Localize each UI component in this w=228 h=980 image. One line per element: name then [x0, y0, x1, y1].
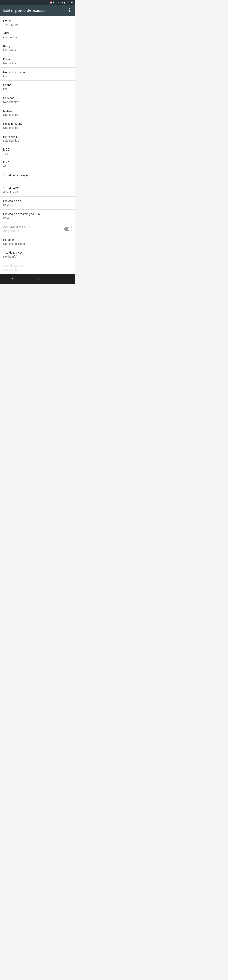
field-label-porta-mms: Porta MMS [3, 135, 72, 138]
toggle-ativar-desativar [64, 227, 72, 231]
field-label-apn: APN [3, 32, 72, 35]
field-label-servidor: Servidor [3, 96, 72, 100]
field-value-nome: TIM Internet [3, 23, 72, 26]
field-label-proxy-mms: Proxy de MMS [3, 122, 72, 125]
4g-badge: 4G [58, 2, 60, 4]
field-value-porta: Não definido [3, 62, 72, 65]
field-portador[interactable]: Portador Não especificado [0, 235, 76, 248]
field-label-senha: Senha [3, 83, 72, 87]
field-label-nome-usuario: Nome de usuário [3, 70, 72, 74]
wifi-icon: ▾ [53, 1, 54, 4]
field-value-protocolo-roaming: IPv4 [3, 216, 72, 220]
field-text-ativar-desativar: Ativar/Desativar APN APN ativado [3, 225, 30, 232]
field-valor-mvno: Valor de MVNO Não definido [0, 261, 76, 274]
field-label-protocolo-roaming: Protocolo de roaming do APN [3, 212, 72, 216]
recents-button[interactable]: □ [59, 275, 67, 283]
field-proxy[interactable]: Proxy Não definido [0, 42, 76, 55]
field-label-mmsc: MMSC [3, 109, 72, 113]
field-protocolo-apn[interactable]: Protocolo de APN IPv4/IPv6 [0, 197, 76, 210]
field-value-nome-usuario: tim [3, 75, 72, 78]
field-label-protocolo-apn: Protocolo de APN [3, 199, 72, 203]
field-tipo-apn[interactable]: Tipo de APN default,supl [0, 184, 76, 197]
field-value-proxy-mms: Não definido [3, 126, 72, 129]
field-value-tipo-apn: default,supl [3, 191, 72, 194]
field-protocolo-roaming[interactable]: Protocolo de roaming do APN IPv4 [0, 210, 76, 223]
more-options-button[interactable]: ⋮ [67, 8, 72, 13]
field-porta[interactable]: Porta Não definido [0, 55, 76, 68]
field-ativar-desativar: Ativar/Desativar APN APN ativado [0, 223, 76, 235]
field-label-ativar-desativar: Ativar/Desativar APN [3, 225, 30, 229]
field-tipo-mvno[interactable]: Tipo de MVNO Nenhum(a) [0, 248, 76, 261]
app-header: Editar ponto de acesso ⋮ [0, 5, 76, 16]
field-value-portador: Não especificado [3, 242, 72, 245]
field-label-tipo-autenticacao: Tipo de autenticação [3, 174, 72, 177]
field-mmsc[interactable]: MMSC Não definido [0, 107, 76, 119]
field-value-ativar-desativar: APN ativado [3, 229, 30, 232]
field-mcc[interactable]: MCC 724 [0, 145, 76, 158]
home-button[interactable]: ○ [34, 275, 42, 283]
field-nome-usuario[interactable]: Nome de usuário tim [0, 68, 76, 81]
field-label-mcc: MCC [3, 148, 72, 151]
field-label-nome: Nome [3, 19, 72, 22]
field-value-protocolo-apn: IPv4/IPv6 [3, 204, 72, 207]
field-value-mnc: 02 [3, 165, 72, 168]
field-senha[interactable]: Senha tim [0, 81, 76, 94]
back-icon: ◁ [11, 277, 14, 281]
field-label-valor-mvno: Valor de MVNO [3, 264, 72, 267]
field-label-tipo-apn: Tipo de APN [3, 186, 72, 190]
field-porta-mms[interactable]: Porta MMS Não definido [0, 132, 76, 145]
recents-icon: □ [62, 277, 64, 281]
content-area: Nome TIM Internet APN timbrasil.br Proxy… [0, 16, 76, 274]
field-value-tipo-autenticacao: 1 [3, 178, 72, 181]
field-value-proxy: Não definido [3, 49, 72, 52]
field-servidor[interactable]: Servidor Não definido [0, 94, 76, 107]
field-value-valor-mvno: Não definido [3, 268, 72, 271]
bottom-nav: ◁ ○ □ [0, 274, 76, 284]
field-value-senha: tim [3, 88, 72, 91]
field-proxy-mms[interactable]: Proxy de MMS Não definido [0, 119, 76, 132]
back-button[interactable]: ◁ [9, 275, 17, 283]
time-display: 11:43 [67, 1, 73, 4]
field-value-mmsc: Não definido [3, 113, 72, 116]
field-label-proxy: Proxy [3, 45, 72, 48]
field-mnc[interactable]: MNC 02 [0, 158, 76, 171]
field-value-apn: timbrasil.br [3, 36, 72, 39]
field-value-servidor: Não definido [3, 100, 72, 103]
page-title: Editar ponto de acesso [3, 8, 46, 13]
field-label-portador: Portador [3, 238, 72, 241]
alarm-icon: ⏰ [49, 1, 52, 4]
status-bar: ⏰ ▾ ▲ 4G ▲ ▮ 11:43 [0, 0, 76, 5]
field-tipo-autenticacao[interactable]: Tipo de autenticação 1 [0, 171, 76, 184]
field-label-mnc: MNC [3, 161, 72, 164]
field-nome[interactable]: Nome TIM Internet [0, 16, 76, 29]
battery-icon: ▮ [64, 1, 65, 4]
field-label-porta: Porta [3, 57, 72, 61]
field-value-porta-mms: Não definido [3, 139, 72, 142]
signal2-icon: ▲ [61, 1, 63, 4]
signal-icon: ▲ [55, 1, 57, 4]
field-value-tipo-mvno: Nenhum(a) [3, 255, 72, 258]
field-apn[interactable]: APN timbrasil.br [0, 29, 76, 42]
status-icons: ⏰ ▾ ▲ 4G ▲ ▮ 11:43 [49, 1, 73, 4]
home-icon: ○ [36, 277, 39, 281]
field-value-mcc: 724 [3, 152, 72, 155]
field-label-tipo-mvno: Tipo de MVNO [3, 251, 72, 254]
